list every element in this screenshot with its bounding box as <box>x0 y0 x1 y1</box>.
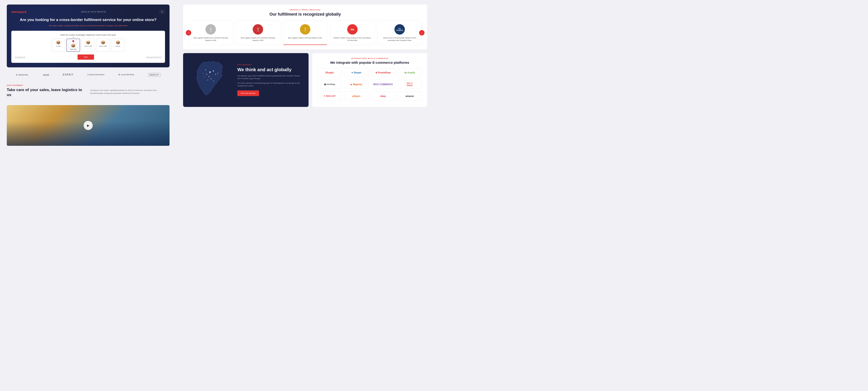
package-selector: Select the number of packages shipped pe… <box>11 31 165 63</box>
award-text-2021: Best Logistics Solution Germany Awards i… <box>288 37 322 39</box>
pkg-label-1: 500–999 <box>70 48 76 50</box>
hero-card: omnipack Call us at +44 22 390 84 9x PL … <box>7 4 169 67</box>
ebay-label: ebay <box>380 95 386 97</box>
hero-subtitle-pre: We make it <box>49 25 59 27</box>
integrations-section: INTEGRATIONS WITH E-COMMERCE We integrat… <box>312 53 427 107</box>
svg-point-10 <box>213 81 214 82</box>
pkg-option-0[interactable]: 📦 0–499 <box>52 39 65 52</box>
statement-section: OUR STATEMENT Take care of your sales, l… <box>7 82 169 101</box>
integration-magento[interactable]: ◈ Magento <box>344 80 368 89</box>
bottom-row: OUR MINDSET We think and act globally Di… <box>183 53 427 107</box>
award-card-mc: mycompany Listed as one of 25 best polis… <box>377 20 422 45</box>
pkg-icon-2: 📦 <box>86 40 90 44</box>
hero-subtitle-post: for you to sell across the whole of Euro… <box>79 25 127 27</box>
award-card-2019: 2 nd Best Logistics Solution at E-Commer… <box>188 20 233 45</box>
pkg-label-2: 1000–2999 <box>84 45 92 47</box>
goshop-label: GO >>SHOP <box>407 82 413 87</box>
pkg-icon-4: 📦 <box>116 40 120 44</box>
badge-mc: mycompany <box>395 24 405 35</box>
pkg-option-2[interactable]: 📦 1000–2999 <box>81 39 95 52</box>
svg-text:⊙ motorola: ⊙ motorola <box>16 74 28 76</box>
client-sugar: ✿ SUGARFREE <box>119 74 134 76</box>
pkg-icon-0: 📦 <box>56 40 61 44</box>
integration-amazon[interactable]: amazon <box>398 92 422 101</box>
client-motorola: ⊙ motorola <box>16 73 29 77</box>
mc-logo-text: mycompany <box>396 28 403 31</box>
package-options: 📦 0–499 📦 500–999 📦 1000–2999 📦 3000–999… <box>15 39 161 52</box>
hero-subtitle-highlight: faster, cheaper and easier <box>59 25 80 27</box>
integrations-tag: INTEGRATIONS WITH E-COMMERCE <box>318 58 422 59</box>
not-started-link[interactable]: Not started yet <box>15 56 25 58</box>
svg-point-8 <box>217 73 218 74</box>
pkg-icon-3: 📦 <box>101 40 105 44</box>
badge-3rd-red: 3 rd <box>253 24 263 35</box>
package-selector-title: Select the number of packages shipped pe… <box>15 34 161 36</box>
carousel-prev-button[interactable]: ‹ <box>186 30 191 35</box>
redcart-label: ✦ REDCART <box>323 95 336 97</box>
integrations-grid: Shoplo ✦ Shoper ⚙ PrestaShop 🛍 shopify ▦… <box>318 68 422 101</box>
hero-call-text: Call us at +44 22 390 84 9x <box>81 11 106 13</box>
play-button[interactable]: ▶ <box>84 121 93 130</box>
prestashop-label: ⚙ PrestaShop <box>375 71 391 74</box>
svg-point-11 <box>203 73 204 74</box>
hero-header: omnipack Call us at +44 22 390 84 9x PL <box>11 10 165 13</box>
badge-2nd: 2 nd <box>206 24 216 35</box>
integration-redcart[interactable]: ✦ REDCART <box>318 92 342 101</box>
video-container[interactable]: ▶ <box>7 105 169 146</box>
omnipack-logo: omnipack <box>11 10 27 13</box>
award-text-2020: Best Logistics Solution at E-Commerce Ge… <box>238 37 278 41</box>
statement-description: Omnipack ist der beste Logistikdienstlei… <box>90 85 169 99</box>
pkg-option-3[interactable]: 📦 3000–9999 <box>96 39 110 52</box>
mindset-content: OUR MINDSET We think and act globally Di… <box>237 64 303 96</box>
next-button[interactable]: Next <box>78 55 94 60</box>
integration-woocommerce[interactable]: WOO COMMERCE <box>371 80 395 89</box>
integration-shoplo[interactable]: Shoplo <box>318 68 342 77</box>
client-muscat: MUSCAT <box>148 73 160 77</box>
integration-goshop[interactable]: GO >>SHOP <box>398 80 422 89</box>
package-footer: Not started yet Next Mam kod promocyjny <box>15 55 161 60</box>
award-badge-mc: mycompany <box>394 24 405 35</box>
mindset-desc2: Wir sichern attraktive Versandbedingunge… <box>237 82 303 87</box>
pkg-active-dot-1 <box>72 40 74 42</box>
integration-ebay[interactable]: ebay <box>371 92 395 101</box>
left-panel: omnipack Call us at +44 22 390 84 9x PL … <box>0 0 176 195</box>
pkg-label-3: 3000–9999 <box>99 45 107 47</box>
pkg-option-4[interactable]: 📦 10000+ <box>111 39 125 52</box>
mindset-desc1: Die optimale Lage unserer Fulfillment-Ze… <box>237 74 303 80</box>
estimate-button[interactable]: Get a free estimate <box>237 90 259 96</box>
svg-point-12 <box>204 76 205 77</box>
pkg-icon-1: 📦 <box>71 43 75 48</box>
award-text-tnw: Poland's 'Hottest Young Scaleup of 2021 … <box>333 37 372 41</box>
badge-3rd-gold: 3 rd <box>300 24 310 35</box>
hero-subtitle: We make it faster, cheaper and easier fo… <box>11 24 165 27</box>
pkg-option-1[interactable]: 📦 500–999 <box>66 39 80 52</box>
integration-allegro[interactable]: allegro <box>344 92 368 101</box>
award-card-2020: 3 rd Best Logistics Solution at E-Commer… <box>236 20 280 45</box>
integration-shoper[interactable]: ✦ Shoper <box>344 68 368 77</box>
award-text-2019: Best Logistics Solution at E-Commerce Ge… <box>191 37 230 41</box>
integration-iai[interactable]: ▦ IAI-Shop <box>318 80 342 89</box>
statement-title: Take care of your sales, leave logistics… <box>7 88 86 97</box>
client-cardio: CARDIO♥BUNNY <box>88 74 105 76</box>
europe-map <box>188 59 234 101</box>
promo-code-link[interactable]: Mam kod promocyjny <box>146 56 161 58</box>
integration-prestashop[interactable]: ⚙ PrestaShop <box>371 68 395 77</box>
awards-tag: AWARDS & PRESS MENTIONS <box>188 9 422 11</box>
integration-shopify[interactable]: 🛍 shopify <box>398 68 422 77</box>
pkg-label-0: 0–499 <box>56 45 60 47</box>
award-badge-2019: 2 nd <box>205 24 216 35</box>
mindset-title: We think and act globally <box>237 67 303 72</box>
award-badge-tnw: tnw <box>347 24 358 35</box>
client-esprit: ESPRIT <box>63 73 74 76</box>
statement-tag: OUR STATEMENT <box>7 85 86 86</box>
carousel-next-button[interactable]: › <box>419 30 425 35</box>
award-card-tnw: tnw Poland's 'Hottest Young Scaleup of 2… <box>330 20 375 45</box>
awards-carousel: ‹ 2 nd Best Logistics Solution at E-Comm… <box>188 20 422 45</box>
woocommerce-label: WOO COMMERCE <box>373 83 393 86</box>
mindset-card: OUR MINDSET We think and act globally Di… <box>183 53 309 107</box>
svg-point-9 <box>207 79 208 80</box>
integrations-title: We integrate with popular E-commerce pla… <box>318 61 422 64</box>
shopify-label: 🛍 shopify <box>404 71 415 74</box>
hero-lang[interactable]: PL <box>160 10 165 13</box>
hero-title: Are you looking for a cross-border fulfi… <box>11 17 165 23</box>
